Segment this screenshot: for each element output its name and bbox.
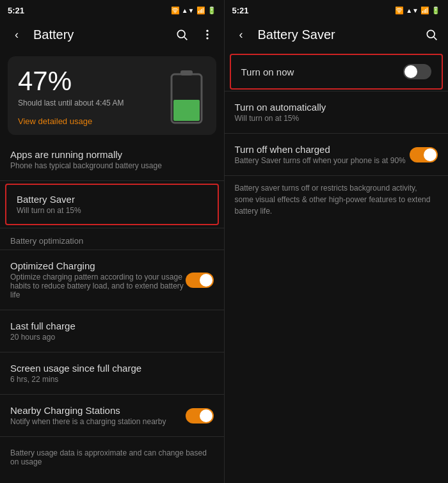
left-panel: 5:21 🛜 ▲▼ 📶 🔋 ‹ Battery 47% Should last … (0, 0, 224, 483)
right-status-icons: 🛜 ▲▼ 📶 🔋 (395, 6, 440, 15)
svg-point-0 (177, 30, 185, 38)
left-more-button[interactable] (196, 23, 219, 46)
battery-saver-note: Battery saver turns off or restricts bac… (225, 177, 449, 225)
battery-graphic (168, 68, 206, 126)
right-back-button[interactable]: ‹ (230, 23, 253, 46)
optimized-charging-title: Optimized Charging (10, 260, 186, 271)
right-divider-3 (225, 175, 449, 176)
right-search-button[interactable] (420, 23, 443, 46)
battery-saver-outline[interactable]: Battery Saver Will turn on at 15% (5, 184, 219, 225)
divider-5 (0, 352, 224, 352)
screen-usage-item: Screen usage since full charge 6 hrs, 22… (0, 354, 224, 393)
turn-on-auto-title: Turn on automatically (235, 102, 438, 113)
divider-6 (0, 394, 224, 395)
divider-4 (0, 310, 224, 310)
nearby-charging-sub: Notify when there is a charging station … (10, 417, 166, 426)
last-full-charge-sub: 20 hours ago (10, 333, 214, 342)
screen-usage-sub: 6 hrs, 22 mins (10, 375, 214, 384)
divider-1 (0, 180, 224, 181)
svg-rect-6 (180, 70, 193, 75)
apps-running-item: Apps are running normally Phone has typi… (0, 140, 224, 179)
battery-svg (169, 69, 204, 125)
left-top-bar: ‹ Battery (0, 18, 224, 51)
optimized-charging-row: Optimized Charging Optimize charging pat… (0, 251, 224, 308)
right-data-icon: ▲▼ (406, 7, 419, 14)
optimized-charging-toggle[interactable] (186, 273, 214, 288)
battery-card: 47% Should last until about 4:45 AM View… (8, 56, 216, 135)
turn-on-auto-item[interactable]: Turn on automatically Will turn on at 15… (225, 93, 449, 132)
last-full-charge-title: Last full charge (10, 321, 214, 331)
left-page-title: Battery (31, 28, 168, 42)
right-divider-2 (225, 133, 449, 134)
battery-subtitle: Should last until about 4:45 AM (18, 99, 124, 107)
nearby-charging-left: Nearby Charging Stations Notify when the… (10, 405, 166, 426)
right-signal-icon: 🛜 (395, 6, 404, 15)
battery-saver-item[interactable]: Battery Saver Will turn on at 15% (6, 185, 218, 224)
svg-line-1 (184, 37, 187, 40)
turn-on-now-outline: Turn on now (230, 54, 444, 90)
nearby-charging-toggle-knob (200, 409, 212, 422)
nearby-charging-title: Nearby Charging Stations (10, 405, 166, 416)
battery-saver-title: Battery Saver (17, 194, 207, 205)
turn-off-charged-title: Turn off when charged (235, 144, 406, 155)
view-detailed-usage-link[interactable]: View detailed usage (18, 116, 124, 126)
nearby-charging-toggle[interactable] (186, 408, 214, 424)
turn-off-charged-sub: Battery Saver turns off when your phone … (235, 156, 406, 165)
left-search-button[interactable] (170, 23, 193, 46)
battery-card-left: 47% Should last until about 4:45 AM View… (18, 68, 124, 126)
last-full-charge-item: Last full charge 20 hours ago (0, 312, 224, 351)
svg-line-9 (434, 37, 437, 40)
turn-on-now-title: Turn on now (241, 67, 294, 77)
svg-point-4 (206, 37, 208, 39)
turn-on-now-row: Turn on now (231, 55, 442, 88)
battery-note-text: Battery usage data is approximate and ca… (10, 448, 214, 466)
divider-2 (0, 228, 224, 228)
apps-running-title: Apps are running normally (10, 149, 214, 160)
battery-optimization-label: Battery optimization (0, 230, 224, 248)
turn-on-auto-sub: Will turn on at 15% (235, 114, 438, 123)
svg-point-2 (206, 30, 208, 32)
right-status-time: 5:21 (232, 6, 249, 15)
apps-running-sub: Phone has typical background battery usa… (10, 161, 214, 170)
left-back-button[interactable]: ‹ (5, 23, 28, 46)
optimized-charging-left: Optimized Charging Optimize charging pat… (10, 260, 186, 299)
right-status-bar: 5:21 🛜 ▲▼ 📶 🔋 (225, 0, 449, 18)
nearby-charging-row: Nearby Charging Stations Notify when the… (0, 396, 224, 435)
left-signal-icon: 🛜 (171, 6, 180, 15)
turn-off-charged-toggle[interactable] (410, 147, 438, 162)
right-page-title: Battery Saver (255, 28, 418, 42)
divider-3 (0, 249, 224, 250)
left-wifi-icon: 📶 (196, 6, 205, 15)
optimized-charging-sub: Optimize charging pattern according to y… (10, 273, 186, 299)
right-top-bar: ‹ Battery Saver (225, 18, 449, 51)
right-divider-1 (225, 91, 449, 91)
battery-note-item: Battery usage data is approximate and ca… (0, 438, 224, 475)
svg-point-3 (206, 33, 208, 35)
svg-point-8 (427, 30, 435, 38)
turn-off-charged-row: Turn off when charged Battery Saver turn… (225, 135, 449, 174)
turn-on-now-toggle-knob (404, 65, 417, 78)
left-status-icons: 🛜 ▲▼ 📶 🔋 (171, 6, 216, 15)
right-panel: 5:21 🛜 ▲▼ 📶 🔋 ‹ Battery Saver Turn on no… (225, 0, 449, 483)
optimized-charging-toggle-knob (200, 274, 212, 287)
battery-percent: 47% (18, 68, 124, 95)
turn-off-charged-left: Turn off when charged Battery Saver turn… (235, 144, 406, 165)
right-battery-status-icon: 🔋 (431, 6, 440, 15)
turn-on-now-toggle[interactable] (403, 64, 431, 79)
divider-7 (0, 436, 224, 437)
turn-off-charged-toggle-knob (424, 148, 436, 161)
left-battery-status-icon: 🔋 (207, 6, 216, 15)
screen-usage-title: Screen usage since full charge (10, 363, 214, 374)
svg-rect-7 (173, 100, 200, 121)
turn-on-now-left: Turn on now (241, 67, 294, 77)
left-status-bar: 5:21 🛜 ▲▼ 📶 🔋 (0, 0, 224, 18)
battery-saver-sub: Will turn on at 15% (17, 206, 207, 215)
left-data-icon: ▲▼ (182, 7, 195, 14)
right-wifi-icon: 📶 (420, 6, 429, 15)
left-status-time: 5:21 (8, 6, 24, 15)
